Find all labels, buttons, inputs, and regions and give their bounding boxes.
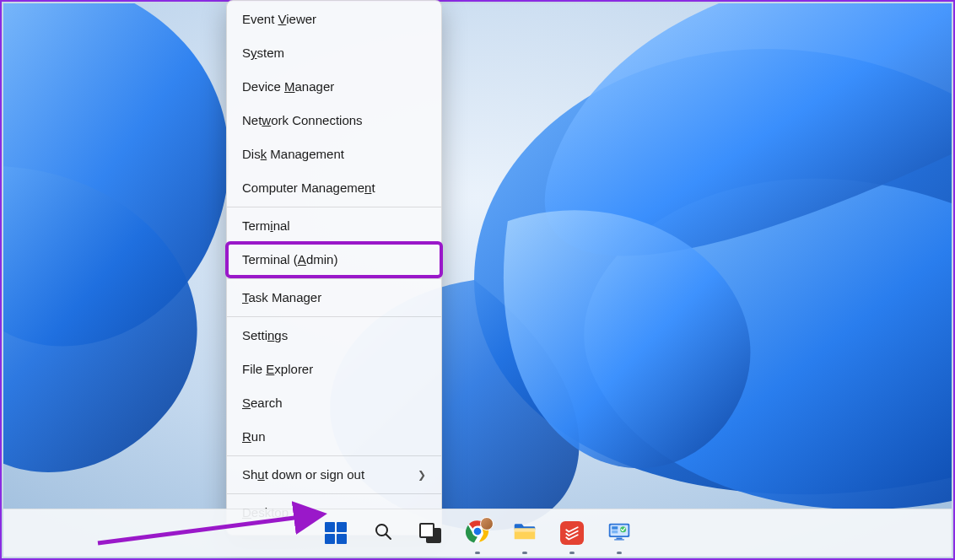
menu-item-label: File Explorer <box>242 361 313 378</box>
menu-item-network-connections[interactable]: Network Connections <box>227 104 441 137</box>
menu-item-label: System <box>242 45 284 62</box>
menu-item-label: Terminal <box>242 218 290 234</box>
svg-rect-13 <box>612 530 618 534</box>
menu-separator <box>227 207 441 207</box>
menu-item-label: Terminal (Admin) <box>242 251 337 268</box>
menu-separator <box>227 493 441 494</box>
desktop-viewport: Event ViewerSystemDevice ManagerNetwork … <box>0 0 955 560</box>
taskbar <box>3 509 952 557</box>
search-icon <box>373 521 393 545</box>
menu-item-label: Shut down or sign out <box>242 466 364 483</box>
menu-item-settings[interactable]: Settings <box>227 319 441 353</box>
menu-item-file-explorer[interactable]: File Explorer <box>227 353 441 386</box>
file-explorer-icon <box>513 521 537 545</box>
menu-separator <box>227 455 441 456</box>
menu-item-shut-down-or-sign-out[interactable]: Shut down or sign out❯ <box>227 458 441 492</box>
menu-item-label: Settings <box>242 327 288 344</box>
menu-item-label: Device Manager <box>242 78 334 95</box>
menu-item-label: Computer Management <box>242 180 375 197</box>
svg-line-2 <box>386 535 391 540</box>
taskbar-search-button[interactable] <box>370 520 396 546</box>
svg-rect-12 <box>612 526 618 530</box>
svg-rect-11 <box>614 539 624 540</box>
menu-item-search[interactable]: Search <box>227 386 441 420</box>
menu-item-terminal-admin[interactable]: Terminal (Admin) <box>227 243 441 277</box>
menu-item-terminal[interactable]: Terminal <box>227 209 441 243</box>
chevron-right-icon: ❯ <box>418 466 426 483</box>
menu-item-label: Task Manager <box>242 289 321 306</box>
winx-context-menu[interactable]: Event ViewerSystemDevice ManagerNetwork … <box>226 0 442 536</box>
taskbar-control-panel-button[interactable] <box>607 520 632 546</box>
menu-item-label: Run <box>242 428 266 445</box>
chrome-icon <box>466 520 489 547</box>
taskbar-chrome-button[interactable] <box>465 520 490 546</box>
svg-rect-7 <box>515 529 536 532</box>
svg-rect-10 <box>617 538 623 540</box>
menu-item-event-viewer[interactable]: Event Viewer <box>227 3 441 36</box>
chrome-profile-avatar <box>480 517 494 530</box>
menu-item-system[interactable]: System <box>227 36 441 70</box>
menu-item-label: Search <box>242 395 283 412</box>
menu-separator <box>227 278 441 279</box>
menu-item-label: Network Connections <box>242 112 363 129</box>
desktop-wallpaper <box>3 3 952 557</box>
taskbar-task-view-button[interactable] <box>418 520 443 546</box>
todoist-icon <box>560 521 584 545</box>
menu-item-computer-management[interactable]: Computer Management <box>227 171 441 205</box>
taskbar-file-explorer-button[interactable] <box>512 520 537 546</box>
windows-start-icon <box>325 522 347 544</box>
control-panel-icon <box>607 521 631 545</box>
menu-item-task-manager[interactable]: Task Manager <box>227 281 441 315</box>
menu-item-label: Event Viewer <box>242 11 316 28</box>
task-view-icon <box>419 523 441 543</box>
taskbar-start-button[interactable] <box>323 520 348 546</box>
taskbar-todoist-button[interactable] <box>559 520 585 546</box>
menu-item-device-manager[interactable]: Device Manager <box>227 70 441 104</box>
menu-item-disk-management[interactable]: Disk Management <box>227 137 441 171</box>
menu-separator <box>227 316 441 317</box>
menu-item-label: Disk Management <box>242 146 344 163</box>
menu-item-run[interactable]: Run <box>227 420 441 454</box>
